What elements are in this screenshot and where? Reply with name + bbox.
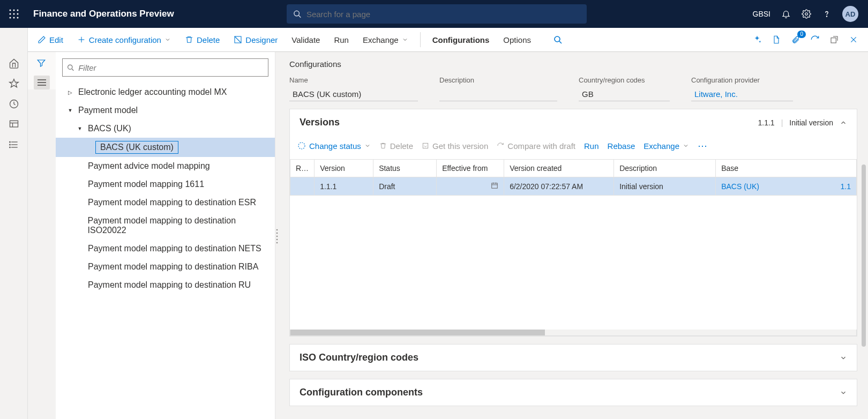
tree-node[interactable]: Payment model mapping 1611	[56, 175, 275, 193]
versions-exchange-button[interactable]: Exchange	[643, 141, 689, 151]
edit-button[interactable]: Edit	[32, 32, 69, 48]
col-version-created[interactable]: Version created	[504, 160, 614, 177]
versions-collapse-toggle[interactable]	[840, 119, 847, 126]
iso-country-title: ISO Country/region codes	[300, 352, 418, 363]
favorites-star-icon[interactable]	[9, 78, 19, 89]
create-configuration-button[interactable]: Create configuration	[72, 32, 176, 48]
workspaces-icon[interactable]	[9, 119, 19, 130]
company-picker[interactable]: GBSI	[753, 10, 770, 18]
field-value-name[interactable]: BACS (UK custom)	[289, 87, 418, 101]
tree-node[interactable]: Payment model mapping to destination ISO…	[56, 212, 275, 240]
cell-effective-from[interactable]	[437, 177, 504, 196]
chevron-down-icon	[840, 389, 847, 396]
notification-bell-icon[interactable]	[781, 9, 791, 19]
tab-configurations[interactable]: Configurations	[427, 32, 495, 48]
config-components-card[interactable]: Configuration components	[289, 379, 857, 406]
field-value-country[interactable]: GB	[579, 87, 670, 101]
field-value-provider[interactable]: Litware, Inc.	[691, 87, 793, 101]
tree-node-label: Payment model mapping to destination ISO…	[85, 215, 275, 236]
lines-view-button[interactable]	[34, 76, 50, 89]
copilot-button[interactable]	[751, 34, 763, 46]
filter-funnel-button[interactable]	[36, 58, 47, 68]
tree-node[interactable]: BACS (UK)	[56, 119, 275, 138]
search-box[interactable]	[287, 4, 587, 24]
tree-node[interactable]: Payment advice model mapping	[56, 157, 275, 175]
settings-gear-icon[interactable]	[802, 9, 811, 19]
col-r[interactable]: R…	[290, 160, 315, 177]
app-launcher[interactable]	[0, 0, 28, 28]
run-button[interactable]: Run	[328, 32, 354, 48]
recent-clock-icon[interactable]	[9, 99, 19, 109]
document-button[interactable]	[770, 34, 782, 46]
tab-options[interactable]: Options	[498, 32, 536, 48]
tree-node[interactable]: Payment model	[56, 101, 275, 119]
cell-status[interactable]: Draft	[373, 177, 437, 196]
scrollbar-thumb[interactable]	[290, 330, 545, 335]
home-icon[interactable]	[9, 58, 19, 69]
search-input[interactable]	[306, 10, 580, 19]
rebase-button[interactable]: Rebase	[608, 141, 635, 151]
col-description[interactable]: Description	[614, 160, 716, 177]
tree-node[interactable]: Payment model mapping to destination NET…	[56, 240, 275, 258]
svg-line-19	[235, 36, 241, 43]
svg-point-33	[9, 144, 10, 145]
attachments-badge: 0	[797, 31, 806, 38]
col-base[interactable]: Base	[716, 160, 857, 177]
col-effective-from[interactable]: Effective from	[437, 160, 504, 177]
field-value-description[interactable]	[439, 87, 557, 101]
cell-base[interactable]: BACS (UK) 1.1	[716, 177, 857, 196]
svg-point-12	[826, 16, 827, 17]
tree-caret-icon[interactable]	[75, 126, 85, 131]
versions-more-button[interactable]: ⋯	[698, 140, 708, 152]
svg-point-11	[805, 13, 808, 16]
cell-version-created[interactable]: 6/2/2020 07:22:57 AM	[504, 177, 614, 196]
nav-rail	[0, 28, 28, 419]
versions-run-button[interactable]: Run	[584, 141, 599, 151]
modules-list-icon[interactable]	[9, 139, 19, 150]
tree-node[interactable]: Payment model mapping to destination RIB…	[56, 258, 275, 276]
help-icon[interactable]	[822, 9, 832, 19]
get-this-version-button[interactable]: Get this version	[422, 141, 488, 151]
config-pane-scrollbar[interactable]	[862, 164, 866, 347]
cell-version[interactable]: 1.1.1	[315, 177, 373, 196]
col-version[interactable]: Version	[315, 160, 373, 177]
grid-horizontal-scrollbar[interactable]	[290, 330, 857, 336]
lines-icon	[37, 79, 47, 86]
versions-grid: R… Version Status Effective from Version…	[290, 159, 857, 196]
tree-node-label: BACS (UK)	[85, 123, 134, 134]
popout-icon	[830, 35, 839, 44]
exchange-button[interactable]: Exchange	[357, 32, 414, 48]
tree-caret-icon[interactable]	[65, 89, 75, 95]
search-in-page-button[interactable]	[548, 32, 567, 47]
versions-delete-button[interactable]: Delete	[379, 141, 413, 151]
tree-filter-input[interactable]	[78, 63, 264, 72]
col-status[interactable]: Status	[373, 160, 437, 177]
versions-title: Versions	[300, 117, 340, 128]
change-status-button[interactable]: Change status	[297, 141, 371, 151]
close-button[interactable]	[848, 34, 859, 46]
tree-caret-icon[interactable]	[65, 108, 75, 113]
cell-description[interactable]: Initial version	[614, 177, 716, 196]
tree-filter[interactable]	[62, 58, 268, 77]
tree-node[interactable]: Payment model mapping to destination RU	[56, 276, 275, 294]
svg-rect-47	[492, 183, 498, 188]
tree-node[interactable]: Payment model mapping to destination ESR	[56, 193, 275, 212]
validate-button[interactable]: Validate	[286, 32, 325, 48]
svg-point-5	[17, 13, 19, 15]
refresh-button[interactable]	[809, 34, 821, 46]
svg-point-38	[68, 65, 72, 69]
filter-rail	[28, 52, 56, 89]
user-avatar[interactable]: AD	[842, 6, 858, 22]
iso-country-card[interactable]: ISO Country/region codes	[289, 344, 857, 371]
designer-button[interactable]: Designer	[228, 32, 283, 48]
table-row[interactable]: 1.1.1 Draft 6/2/2020 07:22:57 AM Initial…	[290, 177, 857, 196]
cell-r[interactable]	[290, 177, 315, 196]
tree-node[interactable]: BACS (UK custom)	[56, 138, 275, 157]
attachments-button[interactable]: 0	[790, 34, 802, 46]
tree-node[interactable]: Electronic ledger accounting model MX	[56, 83, 275, 101]
calendar-icon[interactable]	[491, 182, 498, 189]
compare-with-draft-button[interactable]: Compare with draft	[497, 141, 575, 151]
delete-button[interactable]: Delete	[179, 32, 225, 48]
svg-point-7	[13, 17, 15, 19]
popout-button[interactable]	[828, 34, 840, 46]
